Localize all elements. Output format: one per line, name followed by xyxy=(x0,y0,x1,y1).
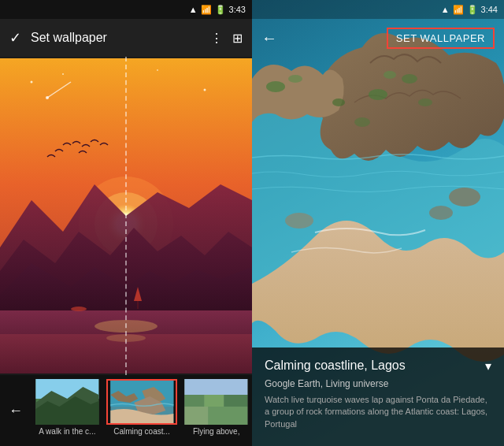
toolbar-action-icons: ⋮ ⊞ xyxy=(210,31,243,46)
right-status-bar: ▲ 📶 🔋 3:44 xyxy=(252,0,504,19)
back-button[interactable]: ← xyxy=(261,29,277,47)
right-wifi-icon: ▲ xyxy=(441,5,450,14)
nav-back-arrow[interactable]: ← xyxy=(0,375,32,446)
svg-point-42 xyxy=(418,98,432,106)
svg-point-2 xyxy=(62,73,64,75)
thumbnails-bar: ← A walk in the c... xyxy=(0,375,252,446)
thumbnail-2[interactable]: Calming coast... xyxy=(106,379,178,442)
more-options-icon[interactable]: ⋮ xyxy=(210,31,223,46)
svg-point-38 xyxy=(285,213,313,229)
wallpaper-description: Watch live turquoise waves lap against P… xyxy=(265,394,491,430)
left-panel: ▲ 📶 🔋 3:43 ✓ Set wallpaper ⋮ ⊞ xyxy=(0,0,252,446)
thumbnail-list: A walk in the c... xyxy=(32,379,252,442)
chevron-down-icon[interactable]: ▾ xyxy=(485,359,491,374)
right-signal-icon: 📶 xyxy=(453,5,464,15)
right-status-icons: ▲ 📶 🔋 3:44 xyxy=(441,5,498,15)
thumb-img-1 xyxy=(32,379,103,425)
left-toolbar: ✓ Set wallpaper ⋮ ⊞ xyxy=(0,19,252,57)
wallpaper-source: Google Earth, Living universe xyxy=(265,378,491,389)
svg-point-39 xyxy=(369,89,387,100)
left-time: 3:43 xyxy=(229,5,246,14)
thumbnail-1[interactable]: A walk in the c... xyxy=(32,379,103,442)
wallpaper-info-panel: Calming coastline, Lagos ▾ Google Earth,… xyxy=(252,348,504,446)
dashed-divider xyxy=(125,57,127,375)
svg-point-4 xyxy=(204,89,206,91)
svg-point-45 xyxy=(266,81,285,92)
svg-rect-31 xyxy=(205,395,224,407)
thumb-label-1: A walk in the c... xyxy=(32,427,103,436)
svg-point-3 xyxy=(157,69,158,71)
left-status-icons: ▲ 📶 🔋 3:43 xyxy=(189,5,246,15)
svg-point-1 xyxy=(31,81,33,84)
thumb-label-2: Calming coast... xyxy=(106,427,178,436)
right-panel: ▲ 📶 🔋 3:44 ← SET WALLPAPER Calming coast… xyxy=(252,0,504,446)
svg-point-43 xyxy=(332,98,345,106)
left-status-bar: ▲ 📶 🔋 3:43 xyxy=(0,0,252,19)
svg-point-40 xyxy=(402,74,417,84)
wallpaper-title: Calming coastline, Lagos xyxy=(265,359,406,373)
right-time: 3:44 xyxy=(481,5,498,14)
right-battery-icon: 🔋 xyxy=(467,5,478,15)
wifi-icon: ▲ xyxy=(189,5,198,14)
svg-point-46 xyxy=(288,75,302,83)
svg-point-6 xyxy=(46,96,49,99)
svg-rect-33 xyxy=(185,407,209,425)
set-wallpaper-button[interactable]: SET WALLPAPER xyxy=(387,28,495,49)
battery-icon: 🔋 xyxy=(215,5,226,15)
grid-icon[interactable]: ⊞ xyxy=(232,31,243,46)
thumb-img-2 xyxy=(106,379,178,425)
signal-icon: 📶 xyxy=(201,5,212,15)
svg-point-44 xyxy=(354,117,370,127)
thumb-label-3: Flying above, xyxy=(180,427,252,436)
thumbnail-3[interactable]: Flying above, xyxy=(180,379,252,442)
svg-point-18 xyxy=(71,307,87,311)
svg-rect-30 xyxy=(185,395,205,407)
right-toolbar: ← SET WALLPAPER xyxy=(252,19,504,57)
svg-point-36 xyxy=(449,188,480,206)
info-header: Calming coastline, Lagos ▾ xyxy=(265,359,491,374)
thumb-img-3 xyxy=(180,379,252,425)
toolbar-title: Set wallpaper xyxy=(31,31,210,45)
svg-rect-29 xyxy=(185,379,248,395)
check-icon: ✓ xyxy=(9,29,21,46)
svg-rect-32 xyxy=(224,395,248,407)
main-wallpaper-area xyxy=(0,57,252,375)
svg-point-37 xyxy=(429,206,453,220)
svg-point-41 xyxy=(384,71,396,79)
svg-rect-34 xyxy=(209,407,248,425)
